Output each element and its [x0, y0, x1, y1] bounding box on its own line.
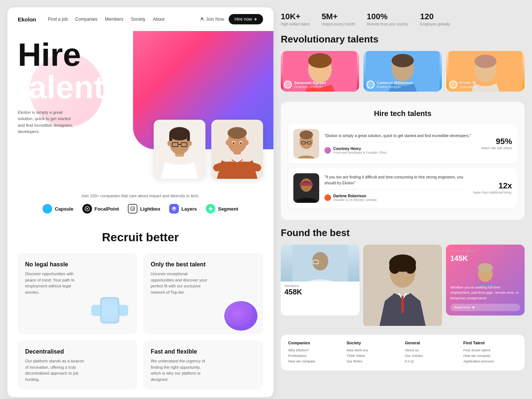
- footer-our-roles[interactable]: Our Roles: [347, 359, 400, 363]
- footer-col-companies: Companies Why Ekolon? Professions How we…: [288, 341, 342, 365]
- test-1-avatar: [293, 129, 319, 158]
- hire-tech-title: Hire tech talents: [288, 109, 517, 118]
- talent-3-text: Kristin W Front-end C...: [460, 81, 479, 89]
- testimonial-1: "Ekolon is simply a great solution, quic…: [288, 124, 517, 164]
- svg-rect-6: [187, 134, 190, 141]
- svg-point-34: [308, 53, 332, 68]
- footer-find-junior[interactable]: Find Junior talent: [463, 348, 517, 352]
- footer-professions[interactable]: Professions: [288, 354, 342, 358]
- nav-society[interactable]: Society: [131, 17, 145, 22]
- segment-icon: [206, 204, 215, 214]
- person-icon: [200, 17, 204, 21]
- svg-point-61: [478, 263, 492, 273]
- recruit-title: Recruit better: [18, 231, 263, 244]
- footer-general-title: General: [405, 341, 459, 345]
- arrow-right-icon: [472, 306, 475, 309]
- project-count: 145K: [450, 254, 520, 263]
- hero-title-pink: talent: [18, 71, 263, 103]
- left-panel: Ekolon Post a job Companies Members Soci…: [7, 7, 273, 397]
- test-2-role: Founder & Art director, Animalo: [333, 198, 377, 202]
- talent-visual: [211, 290, 263, 334]
- testimonial-2: "If you too are finding it difficult and…: [288, 168, 517, 208]
- join-link[interactable]: Join Now: [200, 17, 224, 22]
- companies-logos: Capsule FocalPoint Lightbox Layers: [18, 204, 263, 214]
- footer-faq[interactable]: F.A.Q.: [405, 359, 459, 363]
- divider-1: [324, 142, 476, 142]
- recruit-card-fast: Fast and flexible We understand the urge…: [143, 340, 263, 390]
- test-2-quote: "If you too are finding it difficult and…: [324, 174, 468, 186]
- test-2-person-info: Darlene Robertson Founder & Art director…: [333, 194, 377, 202]
- fast-desc: We understand the urgency of finding the…: [151, 358, 210, 382]
- talent-2-name: Cameron Williamson: [377, 81, 413, 85]
- hero-person-cards: [154, 120, 263, 179]
- decentralised-title: Decentralised: [25, 348, 130, 355]
- found-grid: Members 458K: [281, 245, 525, 327]
- company-lightbox: Lightbox: [128, 204, 160, 214]
- person-silhouette-2: [211, 120, 263, 179]
- cta-read-more-button[interactable]: Read more: [450, 304, 520, 311]
- test-1-person-info: Courtney Henry Front-end Developer & Fou…: [333, 147, 387, 154]
- layers-icon: [169, 204, 179, 214]
- talent-cards: Savannah Nguyen Front-end Developer Came…: [281, 51, 525, 92]
- companies-join-text: Join 150+ companies that care about impa…: [18, 194, 263, 198]
- test-2-content: "If you too are finding it difficult and…: [324, 174, 468, 202]
- nav-post-job[interactable]: Post a job: [48, 17, 68, 22]
- lightbox-label: Lightbox: [140, 206, 160, 212]
- legal-visual: [86, 290, 137, 334]
- nav-about[interactable]: About: [153, 17, 164, 22]
- svg-point-31: [228, 304, 250, 324]
- found-card-cta: Project completed 145K Whether you're se…: [446, 245, 525, 316]
- nav-members[interactable]: Members: [105, 17, 123, 22]
- person-card-1: [154, 120, 205, 179]
- recruit-cards: No legal hassle Discover opportunities w…: [18, 253, 263, 390]
- footer-society-title: Society: [347, 341, 400, 345]
- footer-col-general: General About us Our Articles F.A.Q.: [405, 341, 459, 365]
- svg-point-16: [226, 140, 229, 145]
- talent-desc: Uncover exceptional opportunities and di…: [151, 271, 210, 295]
- footer-tmw-token[interactable]: TMW Token: [347, 354, 400, 358]
- test-1-metric-num: 95%: [481, 137, 512, 146]
- stat-employee-number: 120: [420, 12, 450, 21]
- footer-col-find-talent: Find Talent Find Junior talent How we co…: [463, 341, 517, 365]
- talent-2-text: Cameron Williamson Product Designer: [377, 81, 413, 89]
- talent-1-role: Front-end Developer: [294, 85, 326, 89]
- company-layers: Layers: [169, 204, 197, 214]
- svg-point-25: [209, 208, 212, 210]
- stats-bar: 10K+ High skilled talent 5M+ Visitors ev…: [281, 7, 525, 34]
- revolutionary-title: Revolutionary talents: [281, 34, 525, 45]
- test-1-name: Courtney Henry: [333, 147, 387, 151]
- legal-title: No legal hassle: [25, 261, 130, 268]
- footer-section: Companies Why Ekolon? Professions How we…: [281, 335, 525, 371]
- footer-about-us[interactable]: About us: [405, 348, 459, 352]
- stat-visitors-label: Visitors every month: [321, 22, 355, 26]
- stat-remote: 100% Remote from any country: [367, 12, 408, 26]
- segment-label: Segment: [218, 206, 238, 212]
- footer-our-articles[interactable]: Our Articles: [405, 354, 459, 358]
- test-2-name: Darlene Robertson: [333, 194, 377, 198]
- svg-point-4: [169, 127, 190, 140]
- svg-point-21: [240, 142, 242, 144]
- test-2-metric-num: 12x: [473, 181, 512, 191]
- footer-why-ekolon[interactable]: Why Ekolon?: [288, 348, 342, 352]
- company-segment: Segment: [206, 204, 238, 214]
- person-thumb: [450, 263, 520, 285]
- nav-companies[interactable]: Companies: [75, 17, 98, 22]
- test-2-avatar: [293, 173, 319, 203]
- test-1-quote: "Ekolon is simply a great solution, quic…: [324, 133, 476, 139]
- footer-how-compare-2[interactable]: How we compare: [463, 354, 517, 358]
- members-label-container: Members 458K: [281, 282, 359, 298]
- stat-employee: 120 Employee globally: [420, 12, 450, 26]
- svg-point-57: [405, 261, 416, 274]
- hire-button[interactable]: Hire now: [229, 14, 263, 24]
- svg-rect-24: [131, 207, 134, 211]
- member-card-bg: [281, 245, 359, 282]
- footer-col-society: Society New work era TMW Token Our Roles: [347, 341, 400, 365]
- svg-point-37: [392, 54, 414, 67]
- stat-remote-label: Remote from any country: [367, 22, 408, 26]
- footer-how-compare[interactable]: How we compare: [288, 359, 342, 363]
- footer-application[interactable]: Application process: [463, 359, 517, 363]
- test-1-person: Courtney Henry Front-end Developer & Fou…: [324, 147, 476, 154]
- footer-new-work[interactable]: New work era: [347, 348, 400, 352]
- found-card-person: [363, 245, 442, 327]
- stat-visitors-number: 5M+: [321, 12, 355, 21]
